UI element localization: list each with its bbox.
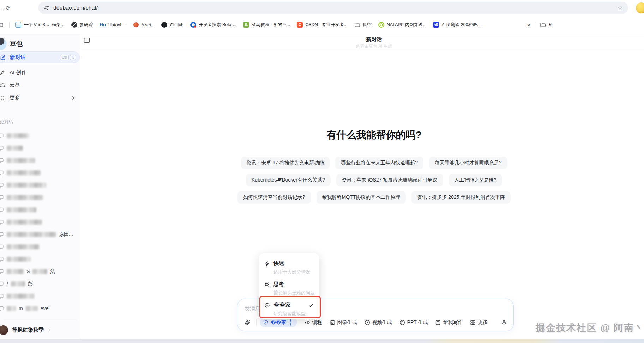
fanyi-favicon: 译 bbox=[433, 22, 439, 28]
side-panel-icon[interactable] bbox=[0, 22, 4, 28]
redacted-text bbox=[7, 170, 41, 175]
history-item[interactable]: 原因... bbox=[0, 228, 80, 240]
suggestion-chip[interactable]: 如何快速清空当前对话记录? bbox=[237, 191, 311, 204]
bookmarks-bar: 一个 Vue 3 UI 框架...参码踪HuHutool —A set...Gi… bbox=[0, 16, 644, 34]
history-fragment: 彭 bbox=[28, 281, 33, 287]
sidebar-item-label: 云盘 bbox=[10, 82, 20, 88]
suggestion-chip[interactable]: 每天睡够几小时才算睡眠充足? bbox=[429, 157, 507, 169]
bookmark-item[interactable]: NATAPP-内网穿透... bbox=[378, 22, 427, 28]
model-option[interactable]: 快速适用于大部分情况 bbox=[264, 260, 314, 275]
history-item[interactable]: S法 bbox=[0, 265, 80, 277]
sidebar-item-more[interactable]: 更多 bbox=[0, 92, 80, 104]
ai-create-icon bbox=[0, 70, 5, 75]
bookmark-label: NATAPP-内网穿透... bbox=[387, 22, 427, 28]
suggestion-chip[interactable]: 资讯：苹果 iOS27 拓展液态玻璃设计引争议 bbox=[336, 174, 443, 186]
attach-icon[interactable] bbox=[245, 319, 251, 326]
redacted-text bbox=[7, 244, 39, 249]
runoob-favicon: 鸟 bbox=[243, 22, 249, 28]
history-item[interactable] bbox=[0, 290, 80, 302]
history-item[interactable] bbox=[0, 216, 80, 228]
address-bar[interactable]: doubao.com/chat/ ☆ bbox=[38, 2, 628, 14]
model-option-head: 快速 bbox=[264, 260, 314, 267]
bookmarks-overflow-button[interactable]: » bbox=[527, 22, 530, 29]
canma-favicon bbox=[71, 22, 77, 28]
suggestion-row: Kubernetes与Docker有什么关系?资讯：苹果 iOS27 拓展液态玻… bbox=[246, 174, 502, 186]
model-option[interactable]: ��家研究级智能模型 bbox=[264, 302, 314, 317]
history-item[interactable] bbox=[0, 179, 80, 191]
sidebar: 豆包 新对话 Ctrl K AI 创作 云盘 更多 历史对话 原因...S法/彭… bbox=[0, 34, 80, 339]
suggestion-chip[interactable]: Kubernetes与Docker有什么关系? bbox=[246, 174, 331, 186]
all-bookmarks-folder[interactable]: 所 bbox=[540, 22, 553, 28]
bookmark-item[interactable]: 低空 bbox=[354, 22, 372, 28]
suggestion-row: 如何快速清空当前对话记录?帮我解释MQTT协议的基本工作原理资讯：拼多多 202… bbox=[237, 191, 511, 204]
history-item[interactable] bbox=[0, 191, 80, 203]
lightning-icon bbox=[264, 261, 270, 267]
page-title: 新对话 bbox=[366, 36, 382, 43]
history-item[interactable] bbox=[0, 166, 80, 179]
reload-icon[interactable]: ⟳ bbox=[6, 5, 10, 11]
bookmark-item[interactable]: 开发者搜索-Beta-... bbox=[190, 22, 236, 28]
composer-tool[interactable]: 更多 bbox=[470, 319, 488, 326]
suggestion-chip[interactable]: 资讯：拼多多 2025 年财报利润首次下降 bbox=[411, 191, 511, 204]
sidebar-item-new-chat[interactable]: 新对话 Ctrl K bbox=[0, 51, 80, 63]
suggestion-chip[interactable]: 资讯：安卓 17 将推优先充电新功能 bbox=[241, 157, 330, 169]
chat-bubble-icon bbox=[0, 170, 4, 176]
composer-tool[interactable]: PPT 生成 bbox=[399, 319, 428, 326]
model-option-desc: 研究级智能模型 bbox=[273, 311, 314, 317]
bookmark-item[interactable]: HuHutool — bbox=[100, 22, 127, 28]
collapse-sidebar-icon[interactable] bbox=[83, 37, 90, 44]
sidebar-item-ai-create[interactable]: AI 创作 bbox=[0, 67, 80, 78]
history-item[interactable] bbox=[0, 142, 80, 154]
redacted-text bbox=[32, 269, 47, 274]
chevron-icon: ⟩ bbox=[288, 319, 294, 326]
bookmark-item[interactable]: GitHub bbox=[161, 22, 183, 28]
user-profile[interactable]: 等枫红染秋季 bbox=[0, 323, 80, 337]
sidebar-item-cloud-drive[interactable]: 云盘 bbox=[0, 79, 80, 91]
history-item[interactable] bbox=[0, 240, 80, 253]
chevron-right-icon bbox=[71, 95, 76, 101]
browser-toolbar: ← → ⟳ doubao.com/chat/ ☆ bbox=[0, 0, 644, 16]
history-item[interactable] bbox=[0, 129, 80, 142]
sidebar-footer-divider bbox=[4, 320, 77, 320]
history-fragment: / bbox=[7, 281, 8, 287]
redacted-text bbox=[11, 281, 25, 286]
composer-tool[interactable]: 视频生成 bbox=[365, 319, 392, 326]
bookmark-item[interactable]: 一个 Vue 3 UI 框架... bbox=[15, 22, 65, 28]
tool-label: 编程 bbox=[312, 319, 322, 326]
site-settings-icon[interactable] bbox=[44, 5, 49, 11]
history-item[interactable] bbox=[0, 203, 80, 216]
suggestion-chip[interactable]: 哪些行业将在未来五年内快速崛起? bbox=[335, 157, 423, 169]
composer-tool[interactable]: 帮我写作 bbox=[435, 319, 463, 326]
app-logo: 豆包 bbox=[0, 37, 23, 51]
bookmark-item[interactable]: 鸟菜鸟教程 - 学的不... bbox=[243, 22, 290, 28]
suggestion-chip[interactable]: 人工智能之父是谁? bbox=[449, 174, 502, 186]
history-item[interactable] bbox=[0, 253, 80, 265]
bookmark-item[interactable]: 译百度翻译-200种语... bbox=[433, 22, 480, 28]
suggestion-chip[interactable]: 帮我解释MQTT协议的基本工作原理 bbox=[317, 191, 406, 204]
composer-placeholder: 发消息 bbox=[245, 305, 260, 312]
browser-profile-avatar[interactable] bbox=[636, 2, 644, 13]
redacted-text bbox=[7, 294, 34, 299]
kbd-ctrl: Ctrl bbox=[60, 55, 69, 60]
mic-icon[interactable] bbox=[501, 319, 507, 326]
chat-bubble-icon bbox=[0, 133, 4, 139]
history-item[interactable]: mevel bbox=[0, 302, 80, 314]
bookmark-item[interactable]: A set... bbox=[133, 22, 155, 27]
bookmark-item[interactable]: CCSDN - 专业开发者... bbox=[297, 22, 347, 28]
history-item[interactable] bbox=[0, 154, 80, 166]
forward-icon[interactable]: → bbox=[0, 5, 6, 11]
history-item[interactable]: /彭 bbox=[0, 277, 80, 290]
composer-tool[interactable]: 编程 bbox=[305, 319, 322, 326]
bookmark-item[interactable]: 参码踪 bbox=[71, 22, 93, 28]
bottom-strip bbox=[0, 339, 644, 343]
chat-bubble-icon bbox=[0, 269, 4, 274]
bookmark-label: 参码踪 bbox=[80, 22, 93, 28]
bookmark-star-icon[interactable]: ☆ bbox=[618, 5, 622, 11]
model-option[interactable]: 思考擅长解决更难的问题 bbox=[264, 281, 314, 296]
shortcut-hint: Ctrl K bbox=[60, 55, 76, 60]
watermark: 掘金技术社区 @ 阿南丶 bbox=[536, 321, 644, 334]
suggestion-chips: 资讯：安卓 17 将推优先充电新功能哪些行业将在未来五年内快速崛起?每天睡够几小… bbox=[237, 157, 511, 204]
composer-tool[interactable]: 图像生成 bbox=[330, 319, 357, 326]
check-icon bbox=[308, 302, 314, 308]
natapp-favicon bbox=[378, 22, 384, 28]
